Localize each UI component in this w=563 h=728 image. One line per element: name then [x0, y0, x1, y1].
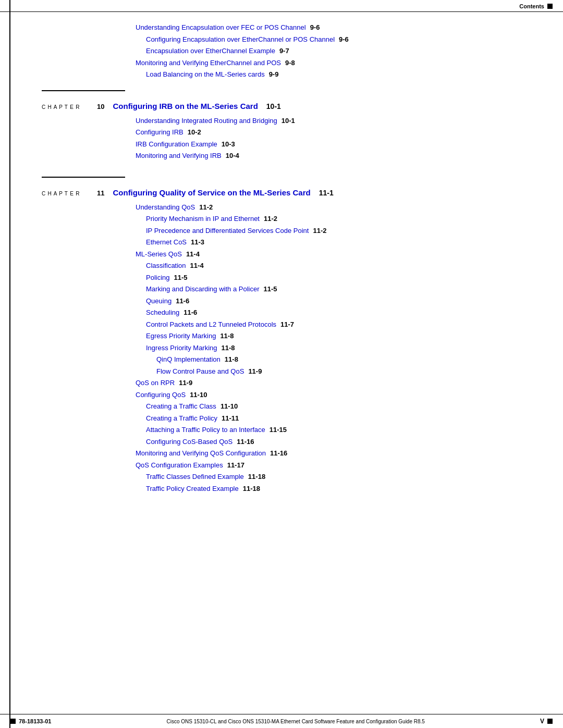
list-item: Ethernet CoS 11-3: [146, 237, 521, 248]
page-number: 11-2: [199, 202, 213, 213]
toc-link[interactable]: QoS Configuration Examples: [136, 460, 223, 471]
toc-link[interactable]: Monitoring and Verifying EtherChannel an…: [136, 58, 281, 68]
list-item: ML-Series QoS 11-4: [136, 249, 521, 260]
toc-link[interactable]: Creating a Traffic Class: [146, 401, 216, 412]
chapter-number: 11: [97, 189, 104, 197]
main-content: Understanding Encapsulation over FEC or …: [0, 12, 563, 540]
page-number: 11-5: [263, 284, 277, 294]
list-item: Traffic Classes Defined Example 11-18: [146, 472, 521, 482]
page-number: 11-9: [179, 378, 192, 388]
list-item: Understanding Integrated Routing and Bri…: [136, 116, 521, 126]
page-number: 11-10: [190, 390, 207, 400]
toc-link[interactable]: Creating a Traffic Policy: [146, 413, 217, 424]
chapter-number: 10: [97, 103, 104, 110]
toc-link[interactable]: Marking and Discarding with a Policer: [146, 284, 259, 294]
toc-link[interactable]: Attaching a Traffic Policy to an Interfa…: [146, 425, 265, 435]
chapter-divider: [42, 90, 125, 91]
top-bar: Contents: [0, 0, 563, 12]
toc-link[interactable]: Queuing: [146, 296, 172, 306]
toc-link[interactable]: Egress Priority Marking: [146, 331, 216, 341]
list-item: Flow Control Pause and QoS 11-9: [156, 366, 521, 377]
list-item: Control Packets and L2 Tunneled Protocol…: [146, 319, 521, 330]
page-number: 11-11: [222, 413, 239, 424]
toc-link[interactable]: Understanding Integrated Routing and Bri…: [136, 116, 277, 126]
list-item: Egress Priority Marking 11-8: [146, 331, 521, 341]
page-number: 11-6: [183, 307, 197, 318]
toc-link[interactable]: Understanding Encapsulation over FEC or …: [136, 22, 306, 33]
list-item: Configuring CoS-Based QoS 11-16: [146, 437, 521, 447]
footer-doc-title: Cisco ONS 15310-CL and Cisco ONS 15310-M…: [166, 719, 424, 724]
toc-link[interactable]: Priority Mechanism in IP and Ethernet: [146, 214, 260, 224]
page-number: 10-3: [222, 139, 235, 150]
toc-link[interactable]: Ethernet CoS: [146, 237, 187, 248]
toc-link[interactable]: Monitoring and Verifying QoS Configurati…: [136, 448, 266, 459]
page-number: 11-8: [225, 354, 238, 365]
toc-link[interactable]: Traffic Policy Created Example: [146, 484, 239, 494]
toc-link[interactable]: QinQ Implementation: [156, 354, 221, 365]
footer-square-left: [10, 719, 16, 724]
page-number: 10-4: [226, 151, 239, 161]
page-number: 9-9: [269, 69, 279, 80]
list-item: QoS Configuration Examples 11-17: [136, 460, 521, 471]
page-number: 11-3: [191, 237, 204, 248]
page-number: 11-8: [220, 331, 234, 341]
toc-link[interactable]: Configuring CoS-Based QoS: [146, 437, 232, 447]
toc-link[interactable]: Load Balancing on the ML-Series cards: [146, 69, 265, 80]
list-item: Configuring QoS 11-10: [136, 390, 521, 400]
page-number: 9-8: [285, 58, 295, 68]
page-number: 10-1: [282, 116, 295, 126]
pre-chapter-entries: Understanding Encapsulation over FEC or …: [136, 22, 521, 80]
chapter-title[interactable]: Configuring IRB on the ML-Series Card: [113, 102, 258, 110]
toc-link[interactable]: QoS on RPR: [136, 378, 175, 388]
toc-link[interactable]: IRB Configuration Example: [136, 139, 217, 150]
page-number: 11-16: [237, 437, 254, 447]
list-item: Attaching a Traffic Policy to an Interfa…: [146, 425, 521, 435]
toc-link[interactable]: Scheduling: [146, 307, 179, 318]
toc-link[interactable]: Monitoring and Verifying IRB: [136, 151, 222, 161]
toc-link[interactable]: Configuring IRB: [136, 127, 183, 138]
list-item: QinQ Implementation 11-8: [156, 354, 521, 365]
chapter-11: C H A P T E R 11 Configuring Quality of …: [42, 177, 521, 494]
toc-link[interactable]: Understanding QoS: [136, 202, 195, 213]
page-number: 11-6: [176, 296, 189, 306]
chapter-label: C H A P T E R: [42, 191, 89, 196]
page-number: 11-8: [222, 343, 235, 353]
page-number: 10-2: [188, 127, 201, 138]
toc-link[interactable]: Classification: [146, 261, 186, 271]
list-item: Monitoring and Verifying IRB 10-4: [136, 151, 521, 161]
list-item: Encapsulation over EtherChannel Example …: [146, 46, 521, 56]
toc-link[interactable]: Flow Control Pause and QoS: [156, 366, 244, 377]
page-number: 11-10: [221, 401, 238, 412]
page-number: 11-15: [270, 425, 287, 435]
page-number: 11-18: [248, 472, 265, 482]
chapter-heading-row: C H A P T E R 10 Configuring IRB on the …: [42, 102, 521, 110]
list-item: IP Precedence and Differentiated Service…: [146, 226, 521, 236]
list-item: Queuing 11-6: [146, 296, 521, 306]
list-item: Understanding Encapsulation over FEC or …: [136, 22, 521, 33]
list-item: Configuring IRB 10-2: [136, 127, 521, 138]
chapter-divider: [42, 177, 125, 178]
toc-link[interactable]: Configuring QoS: [136, 390, 186, 400]
toc-link[interactable]: Encapsulation over EtherChannel Example: [146, 46, 275, 56]
list-item: Classification 11-4: [146, 261, 521, 271]
toc-link[interactable]: IP Precedence and Differentiated Service…: [146, 226, 309, 236]
toc-link[interactable]: Control Packets and L2 Tunneled Protocol…: [146, 319, 276, 330]
toc-link[interactable]: Policing: [146, 273, 170, 283]
page-number: 11-17: [227, 460, 244, 471]
list-item: Marking and Discarding with a Policer 11…: [146, 284, 521, 294]
page-number: 11-2: [313, 226, 326, 236]
chapter-title[interactable]: Configuring Quality of Service on the ML…: [113, 188, 310, 197]
page-number: 9-6: [339, 34, 349, 45]
list-item: Monitoring and Verifying EtherChannel an…: [136, 58, 521, 68]
header-contents-label: Contents: [519, 3, 544, 9]
toc-link[interactable]: Configuring Encapsulation over EtherChan…: [146, 34, 335, 45]
header-square: [547, 4, 553, 9]
chapter-10: C H A P T E R 10 Configuring IRB on the …: [42, 90, 521, 161]
list-item: Traffic Policy Created Example 11-18: [146, 484, 521, 494]
footer-right: V: [540, 718, 553, 725]
toc-link[interactable]: Ingress Priority Marking: [146, 343, 217, 353]
toc-link[interactable]: Traffic Classes Defined Example: [146, 472, 244, 482]
page-number: 11-16: [270, 448, 287, 459]
list-item: Monitoring and Verifying QoS Configurati…: [136, 448, 521, 459]
toc-link[interactable]: ML-Series QoS: [136, 249, 182, 260]
